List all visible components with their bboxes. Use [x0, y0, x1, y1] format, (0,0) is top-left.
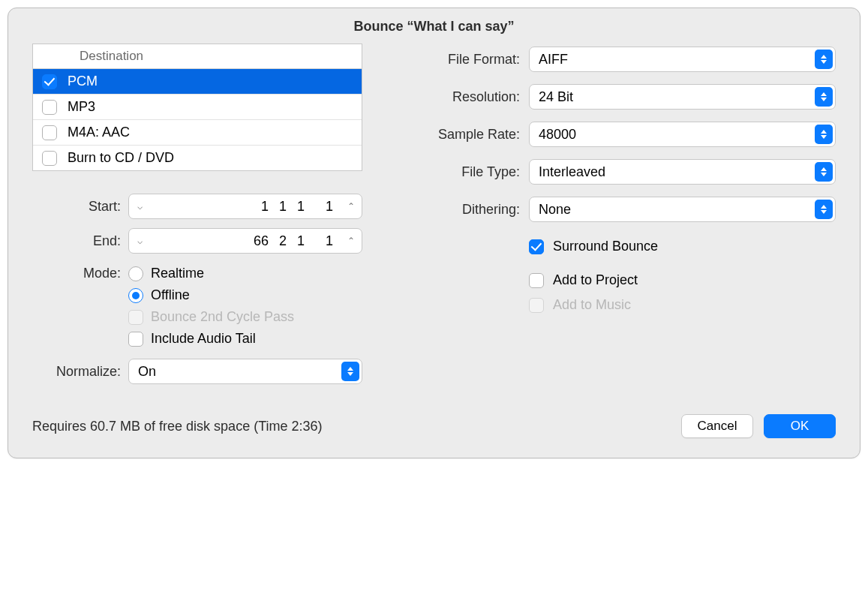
- normalize-select[interactable]: On: [128, 359, 362, 384]
- mode-realtime-option[interactable]: Realtime: [128, 263, 362, 284]
- chevron-up-icon[interactable]: ⌃: [341, 201, 362, 212]
- add-to-project-option[interactable]: Add to Project: [529, 268, 836, 293]
- updown-icon: [815, 200, 833, 219]
- destination-label: MP3: [68, 99, 95, 115]
- file-type-select[interactable]: Interleaved: [529, 159, 836, 185]
- file-type-label: File Type:: [407, 164, 520, 180]
- start-bar[interactable]: 1: [261, 199, 269, 215]
- resolution-select[interactable]: 24 Bit: [529, 84, 836, 110]
- checkbox-icon[interactable]: [42, 151, 57, 166]
- mode-include-tail-option[interactable]: Include Audio Tail: [128, 328, 362, 350]
- mode-bounce2-option: Bounce 2nd Cycle Pass: [128, 306, 362, 328]
- end-bar[interactable]: 66: [254, 233, 269, 249]
- end-label: End:: [32, 233, 121, 249]
- destination-row-mp3[interactable]: MP3: [33, 95, 362, 120]
- mode-bounce2-label: Bounce 2nd Cycle Pass: [151, 309, 294, 325]
- surround-bounce-label: Surround Bounce: [553, 239, 658, 254]
- add-to-project-label: Add to Project: [553, 272, 638, 288]
- checkbox-icon[interactable]: [42, 74, 57, 89]
- start-div[interactable]: 1: [297, 199, 305, 215]
- file-type-value: Interleaved: [539, 164, 605, 180]
- sample-rate-label: Sample Rate:: [407, 127, 520, 143]
- checkbox-icon[interactable]: [42, 125, 57, 140]
- chevron-up-icon[interactable]: ⌃: [341, 236, 362, 246]
- checkbox-icon: [128, 310, 143, 325]
- updown-icon: [815, 125, 833, 144]
- chevron-down-icon[interactable]: ⌵: [129, 201, 150, 212]
- end-stepper[interactable]: ⌵ 66 2 1 1 ⌃: [128, 228, 362, 254]
- destination-list: PCM MP3 M4A: AAC Burn to CD / DVD: [32, 69, 362, 171]
- start-stepper[interactable]: ⌵ 1 1 1 1 ⌃: [128, 194, 362, 219]
- add-to-music-label: Add to Music: [553, 297, 631, 313]
- radio-icon[interactable]: [128, 266, 143, 281]
- window-title: Bounce “What I can say”: [8, 8, 860, 44]
- file-format-label: File Format:: [407, 52, 520, 68]
- resolution-label: Resolution:: [407, 89, 520, 105]
- destination-row-m4a[interactable]: M4A: AAC: [33, 120, 362, 146]
- bounce-dialog: Bounce “What I can say” Destination PCM …: [8, 8, 860, 458]
- checkbox-icon[interactable]: [529, 273, 544, 288]
- file-format-select[interactable]: AIFF: [529, 47, 836, 72]
- resolution-value: 24 Bit: [539, 89, 573, 105]
- chevron-down-icon[interactable]: ⌵: [129, 236, 150, 246]
- destination-label: PCM: [68, 74, 98, 89]
- radio-icon[interactable]: [128, 288, 143, 303]
- start-beat[interactable]: 1: [279, 199, 287, 215]
- mode-label: Mode:: [32, 263, 121, 281]
- updown-icon: [341, 362, 359, 381]
- checkbox-icon[interactable]: [42, 100, 57, 115]
- end-beat[interactable]: 2: [279, 233, 287, 249]
- disk-space-status: Requires 60.7 MB of free disk space (Tim…: [32, 419, 671, 434]
- destination-row-burn[interactable]: Burn to CD / DVD: [33, 146, 362, 170]
- updown-icon: [815, 162, 833, 182]
- dithering-label: Dithering:: [407, 202, 520, 218]
- dithering-value: None: [539, 202, 571, 218]
- destination-label: Burn to CD / DVD: [68, 150, 174, 166]
- end-div[interactable]: 1: [297, 233, 305, 249]
- mode-offline-option[interactable]: Offline: [128, 284, 362, 306]
- sample-rate-select[interactable]: 48000: [529, 122, 836, 147]
- cancel-button[interactable]: Cancel: [681, 414, 753, 438]
- destination-header: Destination: [32, 44, 362, 69]
- destination-label: M4A: AAC: [68, 125, 130, 140]
- sample-rate-value: 48000: [539, 127, 576, 143]
- mode-include-tail-label: Include Audio Tail: [151, 331, 256, 347]
- checkbox-icon: [529, 298, 544, 313]
- add-to-music-option: Add to Music: [529, 293, 836, 317]
- surround-bounce-option[interactable]: Surround Bounce: [529, 234, 836, 259]
- file-format-value: AIFF: [539, 52, 568, 68]
- checkbox-icon[interactable]: [128, 332, 143, 347]
- destination-row-pcm[interactable]: PCM: [33, 69, 362, 95]
- normalize-label: Normalize:: [32, 364, 121, 380]
- end-tick[interactable]: 1: [326, 233, 333, 249]
- ok-button[interactable]: OK: [764, 414, 836, 438]
- mode-offline-label: Offline: [151, 287, 190, 303]
- mode-realtime-label: Realtime: [151, 266, 204, 281]
- checkbox-icon[interactable]: [529, 239, 544, 254]
- updown-icon: [815, 50, 833, 69]
- start-tick[interactable]: 1: [326, 199, 333, 215]
- start-label: Start:: [32, 199, 121, 215]
- normalize-value: On: [138, 364, 156, 380]
- updown-icon: [815, 87, 833, 107]
- dithering-select[interactable]: None: [529, 197, 836, 222]
